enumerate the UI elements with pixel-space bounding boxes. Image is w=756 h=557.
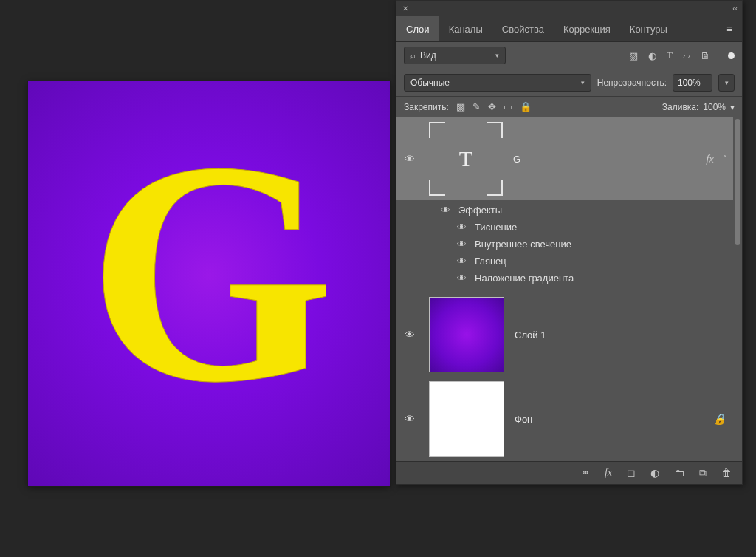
- document-canvas[interactable]: G: [28, 81, 390, 486]
- collapse-icon[interactable]: ‹‹: [732, 4, 738, 13]
- panel-tabs: Слои Каналы Свойства Коррекция Контуры ≡: [396, 16, 742, 42]
- text-layer-icon: T: [459, 146, 472, 171]
- layer-item-layer1[interactable]: 👁 Слой 1: [396, 293, 733, 377]
- group-icon[interactable]: 🗀: [674, 467, 684, 479]
- opacity-dropdown-chevron[interactable]: ▾: [718, 74, 735, 92]
- effects-header[interactable]: 👁 Эффекты: [438, 202, 733, 219]
- opacity-value-field[interactable]: 100%: [673, 74, 712, 92]
- tab-paths[interactable]: Контуры: [620, 16, 677, 41]
- layer-item-text-g[interactable]: 👁 T G fx ˄: [396, 117, 733, 200]
- filter-image-icon[interactable]: ▨: [629, 50, 638, 61]
- lock-all-icon[interactable]: 🔒: [520, 101, 532, 112]
- filter-type-icons: ▨ ◐ T ▱ 🗎: [629, 49, 735, 61]
- chevron-down-icon: ▾: [581, 79, 585, 86]
- blend-mode-dropdown[interactable]: Обычные ▾: [404, 74, 591, 92]
- filter-smart-icon[interactable]: 🗎: [701, 50, 710, 61]
- layer-name[interactable]: Фон: [515, 414, 532, 425]
- visibility-eye-icon[interactable]: 👁: [438, 205, 453, 216]
- adjustment-icon[interactable]: ◐: [650, 467, 659, 479]
- lock-icon[interactable]: 🔒: [713, 413, 726, 425]
- tab-props[interactable]: Свойства: [492, 16, 554, 41]
- fill-label: Заливка:: [662, 102, 699, 112]
- lock-label: Закрепить:: [404, 102, 449, 112]
- effect-label: Наложение градиента: [475, 273, 574, 284]
- fx-icon[interactable]: fx: [605, 467, 612, 479]
- blend-mode-value: Обычные: [410, 78, 450, 88]
- tab-adjust[interactable]: Коррекция: [554, 16, 620, 41]
- effect-label: Тиснение: [475, 222, 517, 233]
- filter-kind-label: Вид: [420, 50, 436, 61]
- mask-icon[interactable]: ◻: [627, 467, 636, 479]
- effect-gradient-overlay[interactable]: 👁 Наложение градиента: [438, 270, 733, 287]
- layers-panel: ✕ ‹‹ Слои Каналы Свойства Коррекция Конт…: [396, 0, 743, 485]
- panel-titlebar: ✕ ‹‹: [396, 1, 742, 16]
- layer-list: 👁 T G fx ˄ 👁 Эффекты 👁: [396, 117, 742, 461]
- effect-satin[interactable]: 👁 Глянец: [438, 253, 733, 270]
- fill-dropdown-chevron[interactable]: ▾: [730, 102, 735, 112]
- layer-thumbnail-purple[interactable]: [429, 297, 504, 372]
- filter-toggle-dot[interactable]: [728, 52, 735, 59]
- chevron-down-icon: ▾: [495, 52, 499, 59]
- layer-filter-row: ⌕ Вид ▾ ▨ ◐ T ▱ 🗎: [396, 42, 742, 69]
- trash-icon[interactable]: 🗑: [721, 467, 732, 479]
- panel-menu-icon[interactable]: ≡: [717, 16, 742, 41]
- filter-text-icon[interactable]: T: [667, 49, 673, 61]
- visibility-eye-icon[interactable]: 👁: [401, 329, 419, 341]
- layer-bottom-toolbar: ⚭ fx ◻ ◐ 🗀 ⧉ 🗑: [396, 461, 742, 484]
- effect-bevel[interactable]: 👁 Тиснение: [438, 219, 733, 236]
- opacity-value: 100%: [678, 78, 701, 88]
- fill-value: 100%: [703, 102, 726, 112]
- visibility-eye-icon[interactable]: 👁: [401, 153, 419, 165]
- visibility-eye-icon[interactable]: 👁: [454, 256, 469, 267]
- fx-badge-icon[interactable]: fx: [706, 153, 714, 165]
- link-layers-icon[interactable]: ⚭: [581, 467, 590, 479]
- effect-label: Глянец: [475, 256, 506, 267]
- fill-value-field[interactable]: 100%: [703, 102, 726, 112]
- effect-label: Внутреннее свечение: [475, 239, 571, 250]
- lock-transparency-icon[interactable]: ▩: [456, 101, 465, 112]
- tab-channels[interactable]: Каналы: [439, 16, 492, 41]
- layer-name[interactable]: Слой 1: [515, 329, 546, 341]
- canvas-letter-g: G: [88, 113, 330, 431]
- lock-icons: ▩ ✎ ✥ ▭ 🔒: [456, 101, 532, 112]
- close-icon[interactable]: ✕: [401, 4, 410, 13]
- visibility-eye-icon[interactable]: 👁: [401, 413, 419, 425]
- expand-effects-icon[interactable]: ˄: [721, 154, 726, 164]
- new-layer-icon[interactable]: ⧉: [699, 467, 707, 479]
- scrollbar-vertical[interactable]: [735, 119, 740, 245]
- visibility-eye-icon[interactable]: 👁: [454, 239, 469, 250]
- layer-thumbnail-text[interactable]: T: [429, 122, 503, 196]
- layer-effects-sublist: 👁 Эффекты 👁 Тиснение 👁 Внутреннее свечен…: [396, 200, 733, 293]
- effect-inner-glow[interactable]: 👁 Внутреннее свечение: [438, 236, 733, 253]
- layer-thumbnail-white[interactable]: [429, 381, 504, 457]
- layer-item-background[interactable]: 👁 Фон 🔒: [396, 377, 733, 461]
- blend-opacity-row: Обычные ▾ Непрозрачность: 100% ▾: [396, 69, 742, 97]
- tab-layers[interactable]: Слои: [396, 16, 439, 41]
- opacity-label: Непрозрачность:: [597, 78, 667, 88]
- lock-move-icon[interactable]: ✥: [488, 101, 496, 112]
- visibility-eye-icon[interactable]: 👁: [454, 222, 469, 233]
- lock-fill-row: Закрепить: ▩ ✎ ✥ ▭ 🔒 Заливка: 100% ▾: [396, 97, 742, 117]
- layer-name[interactable]: G: [513, 154, 520, 165]
- lock-artboard-icon[interactable]: ▭: [504, 101, 512, 112]
- filter-adjust-icon[interactable]: ◐: [648, 50, 656, 61]
- visibility-eye-icon[interactable]: 👁: [454, 273, 469, 284]
- search-icon: ⌕: [410, 51, 416, 60]
- effects-header-label: Эффекты: [458, 205, 502, 216]
- filter-shape-icon[interactable]: ▱: [683, 50, 690, 61]
- filter-kind-dropdown[interactable]: ⌕ Вид ▾: [404, 47, 506, 64]
- lock-paint-icon[interactable]: ✎: [472, 101, 481, 112]
